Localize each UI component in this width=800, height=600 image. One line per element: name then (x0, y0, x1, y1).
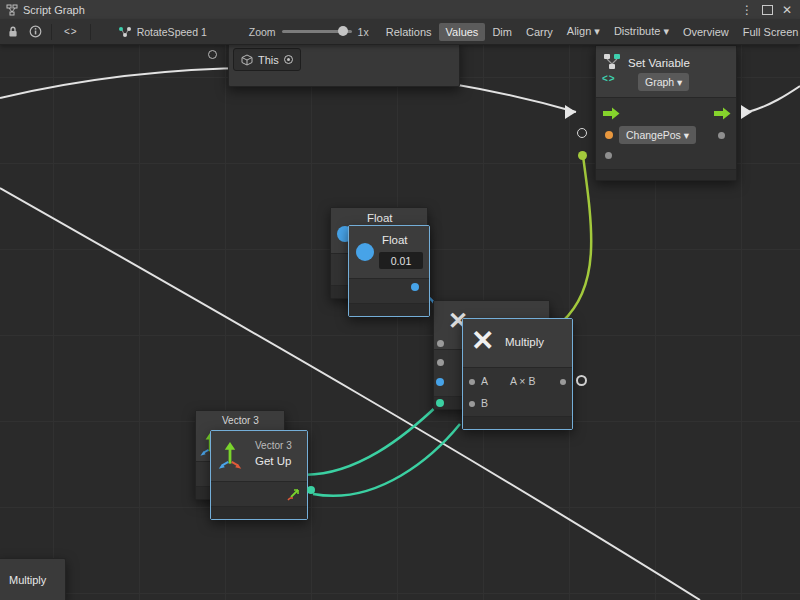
graph-canvas[interactable]: Float ✕ Vector 3 (0, 44, 800, 600)
wire-vector-to-multiply-2[interactable] (313, 424, 460, 496)
node-type-label: Vector 3 (255, 440, 292, 451)
this-output-port[interactable] (284, 55, 293, 64)
multiply-node[interactable]: ✕ Multiply A A × B B (462, 318, 573, 430)
float-output-port[interactable] (411, 283, 419, 291)
zoom-value: 1x (358, 26, 369, 38)
node-header: ✕ Multiply (463, 319, 572, 368)
float-icon (356, 243, 374, 261)
node-title: Multiply (9, 574, 46, 586)
align-dropdown-button[interactable]: Align ▾ (560, 22, 607, 41)
vector3-output-port[interactable] (307, 486, 315, 494)
node-title: Float (382, 234, 408, 246)
vector3-get-up-node[interactable]: Vector 3 Get Up (210, 430, 308, 520)
node-input-port[interactable] (208, 50, 217, 59)
vector3-icon (217, 439, 243, 471)
value-output-port[interactable] (718, 132, 725, 139)
relations-button[interactable]: Relations (379, 23, 439, 41)
node-title: Multiply (505, 336, 544, 348)
port-a-label: A (481, 375, 488, 387)
graph-breadcrumb[interactable]: RotateSpeed 1 (118, 26, 207, 38)
variable-kind-dropdown[interactable]: Graph ▾ (638, 73, 689, 91)
window-titlebar: Script Graph ⋮ ✕ (0, 0, 800, 20)
restore-window-icon[interactable] (762, 5, 773, 15)
node-footer (463, 416, 572, 429)
wire-multiply-to-setvariable[interactable] (562, 156, 591, 322)
lock-button[interactable] (2, 22, 24, 42)
variable-name-port[interactable] (605, 131, 613, 139)
node-title: Set Variable (628, 57, 690, 69)
overview-button[interactable]: Overview (676, 23, 736, 41)
this-label: This (258, 54, 279, 66)
this-node[interactable]: This (228, 44, 460, 87)
script-graph-tab-icon (6, 4, 18, 16)
multiply-icon: ✕ (471, 327, 494, 355)
zoom-slider[interactable] (282, 30, 352, 33)
toolbar-separator (51, 24, 52, 40)
window-controls: ⋮ ✕ (741, 4, 800, 16)
this-chip[interactable]: This (233, 48, 301, 71)
node-header: Float 0.01 (349, 226, 429, 279)
vector3-mini-icon (287, 487, 301, 501)
float-value-field[interactable]: 0.01 (379, 252, 423, 269)
float-node[interactable]: Float 0.01 (348, 225, 430, 317)
port-b-label: B (481, 397, 488, 409)
window-title: Script Graph (23, 4, 85, 16)
multiply-a-wire-endpoint[interactable] (436, 378, 444, 386)
info-button[interactable] (24, 22, 46, 42)
node-footer (211, 506, 307, 519)
flow-out-arrow-icon[interactable] (714, 107, 731, 120)
value-input-port[interactable] (605, 152, 612, 159)
distribute-dropdown-button[interactable]: Distribute ▾ (607, 22, 676, 41)
zoom-handle[interactable] (338, 26, 348, 36)
node-title: Get Up (255, 455, 291, 467)
multiply-b-wire-endpoint[interactable] (436, 399, 444, 407)
port-a[interactable] (469, 379, 475, 385)
flow-wire-arrow-right[interactable] (741, 105, 752, 119)
tab-script-graph[interactable]: Script Graph (0, 0, 95, 19)
node-header: Vector 3 Get Up (211, 431, 307, 482)
node-footer (596, 169, 736, 180)
zoom-label: Zoom (249, 26, 276, 38)
info-icon (29, 25, 42, 38)
variable-name-dropdown[interactable]: ChangePos ▾ (619, 126, 696, 144)
corner-multiply-node[interactable]: Multiply (0, 558, 66, 600)
cube-icon (241, 54, 253, 66)
node-title: Vector 3 (222, 415, 259, 426)
set-variable-icon (602, 52, 622, 72)
ghost-multiply-port-1[interactable] (437, 340, 444, 347)
carry-button[interactable]: Carry (519, 23, 560, 41)
graph-breadcrumb-icon (118, 26, 132, 38)
ghost-multiply-port-2[interactable] (437, 359, 444, 366)
node-header: Set Variable <> Graph ▾ (596, 46, 736, 98)
kebab-menu-icon[interactable]: ⋮ (741, 4, 753, 16)
multiply-output-port[interactable] (576, 375, 587, 386)
node-footer (349, 303, 429, 316)
wire-flow-out[interactable] (748, 86, 800, 112)
code-view-button[interactable]: <> (57, 23, 85, 40)
setvariable-name-outer-port[interactable] (577, 128, 587, 138)
fullscreen-button[interactable]: Full Screen (736, 23, 800, 41)
port-b[interactable] (469, 401, 475, 407)
port-result[interactable] (560, 379, 566, 385)
graph-toolbar: <> RotateSpeed 1 Zoom 1x Relations Value… (0, 19, 800, 45)
lock-icon (7, 25, 19, 38)
close-icon[interactable]: ✕ (782, 4, 792, 16)
toolbar-separator (90, 24, 91, 40)
values-button[interactable]: Values (439, 23, 486, 41)
code-icon: <> (64, 26, 78, 37)
variable-code-icon: <> (602, 73, 616, 84)
flow-wire-arrow-left[interactable] (565, 105, 576, 119)
breadcrumb-graph-name: RotateSpeed 1 (137, 26, 207, 38)
setvariable-value-wire-endpoint[interactable] (578, 151, 587, 160)
dim-button[interactable]: Dim (485, 23, 519, 41)
flow-in-arrow-icon[interactable] (603, 107, 620, 120)
set-variable-node[interactable]: Set Variable <> Graph ▾ ChangePos ▾ (595, 45, 737, 181)
unity-visual-scripting-window: { "window": { "title": "Script Graph", "… (0, 0, 800, 600)
node-title: Float (367, 212, 393, 224)
port-result-label: A × B (510, 375, 535, 387)
